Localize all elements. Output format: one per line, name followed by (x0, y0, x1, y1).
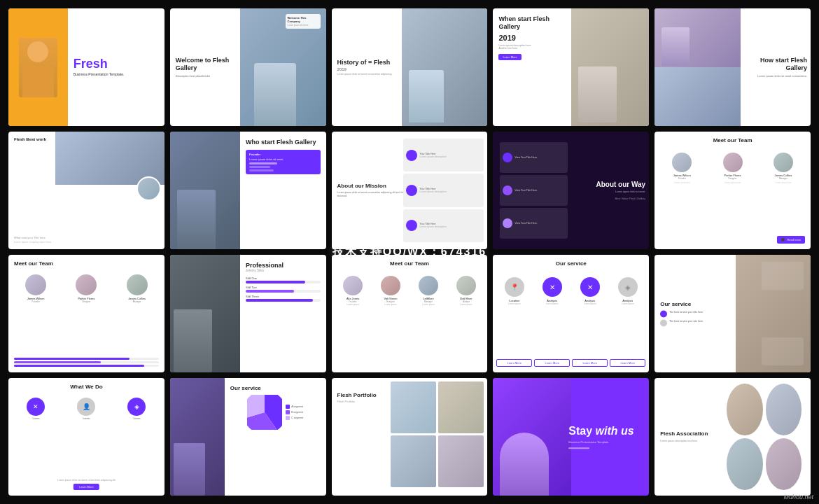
slide19-with: with us (596, 425, 634, 437)
slide-19[interactable]: Stay with us Business Presentation Templ… (493, 378, 649, 496)
slide13-avatar2 (381, 276, 400, 295)
slide19-stay: Stay (568, 425, 595, 437)
slide9-title: About our Way (570, 181, 645, 188)
slide11-bars (14, 358, 159, 367)
slide16-icon3: ◈ (127, 398, 146, 416)
slide-10[interactable]: Meet our Team James Wilson Founder Lorem… (654, 132, 811, 249)
slide12-skill3: Skill Three (246, 295, 321, 302)
slide11-bar3-fill (14, 365, 144, 367)
slide16-label3: Lorem (113, 417, 161, 420)
slide4-btn[interactable]: Learn More (498, 54, 521, 60)
slide16-desc: Lorem ipsum dolor sit amet consectetur a… (12, 479, 161, 482)
slide12-skill2: Skill Two (246, 286, 321, 293)
slide8-panel2-text: Your Title HereLorem ipsum description (420, 188, 447, 193)
slide10-member3: James Collins Manager Lorem ipsum text (760, 153, 807, 184)
slide-18[interactable]: Flesh Portfolio Flesh Portfolio (332, 378, 488, 496)
slide-9[interactable]: View Your Title Here. View Your Title He… (493, 132, 649, 249)
slide14-svc2: ✕ Analysis Lorem ipsum (534, 274, 570, 308)
slide18-subtitle: Flesh Portfolio (337, 400, 392, 403)
slide8-panels: Your Title HereLorem ipsum description Y… (403, 132, 484, 249)
slide14-icon1: 📍 (505, 277, 524, 297)
slide18-img3 (391, 435, 436, 487)
slide-13[interactable]: Meet our Team Alix Jones Founder Lorem i… (332, 255, 488, 372)
slide-7[interactable]: Who start Flesh Gallery Founder Lorem ip… (170, 132, 326, 249)
slide-17[interactable]: Our service A segment B segment C segmen… (170, 378, 326, 496)
slide11-header: Meet our Team (14, 260, 53, 267)
slide11-member3: James Collins Manager (113, 274, 161, 303)
slide15-list: The best service your title here. The be… (660, 311, 738, 327)
slide18-grid (391, 382, 484, 487)
slide5-right: How start Flesh Gallery Lorem ipsum dolo… (740, 57, 807, 78)
slide13-member3: LaliMore Manager Lorem ipsum (411, 276, 447, 306)
slide11-avatar1 (25, 274, 46, 295)
slide-3[interactable]: History of = Flesh 2019 Lorem ipsum dolo… (332, 8, 488, 126)
slide4-left: When start Flesh Gallery 2019 Lorem ipsu… (493, 8, 570, 126)
slide20-circle4 (766, 438, 802, 490)
slide9-icon2 (503, 186, 512, 195)
slide13-member1: Alix Jones Founder Lorem ipsum (335, 276, 371, 306)
slide10-read-btn[interactable]: ⬛ Read team (777, 236, 805, 244)
slide10-header: Meet our Team (713, 137, 752, 144)
slide13-member4: Dali More Analyst Lorem ipsum (448, 276, 484, 306)
slide11-title1: Founder (12, 300, 59, 303)
slide9-panels: View Your Title Here. View Your Title He… (496, 132, 571, 249)
slide10-team: James Wilson Founder Lorem ipsum text Pa… (658, 153, 807, 184)
slide16-btn[interactable]: Learn More (74, 484, 99, 490)
slide8-dot2 (406, 185, 417, 196)
slide7-title: Who start Flesh Gallery (246, 139, 321, 146)
slide14-icon3: ✕ (580, 277, 600, 297)
slide13-desc1: Lorem ipsum (335, 303, 371, 306)
slide11-title3: Manager (113, 300, 161, 303)
slide20-circle2 (766, 384, 802, 435)
slide2-title: Welcome to Flesh Gallery (176, 57, 246, 72)
slide11-bar2-fill (14, 361, 101, 363)
slide-12[interactable]: Professional Jeremy Silva Skill One Skil… (170, 255, 326, 372)
slide-2[interactable]: Welcome to Flesh Gallery Description tex… (170, 8, 326, 126)
slide-20[interactable]: Flesh Association Lorem ipsum descriptio… (654, 378, 811, 496)
slide20-circle3 (727, 438, 762, 490)
slide19-title: Stay with us (568, 425, 643, 438)
slide8-panel2: Your Title HereLorem ipsum description (403, 174, 484, 206)
slide-8[interactable]: About our Mission Lorem ipsum dolor sit … (332, 132, 488, 249)
slide9-view2: View Your Title Here. (500, 175, 568, 206)
slide1-title: Fresh (74, 57, 159, 70)
slide5-img-top (654, 8, 741, 67)
slide-1[interactable]: Fresh Business Presentation Template. (8, 8, 164, 126)
slide14-btn3[interactable]: Learn More (572, 359, 608, 367)
slide17-title: Our service (230, 385, 321, 391)
slide14-btn4[interactable]: Learn More (610, 359, 645, 367)
slide4-image (571, 8, 649, 126)
slide-4[interactable]: When start Flesh Gallery 2019 Lorem ipsu… (493, 8, 649, 126)
slide9-view1: View Your Title Here. (500, 142, 568, 173)
slide11-bar2 (14, 361, 159, 363)
slide-15[interactable]: Our service The best service your title … (654, 255, 811, 372)
slide12-bars: Skill One Skill Two Skill Three (246, 276, 321, 302)
slide-16[interactable]: What We Do ✕ Lorem 👤 Lorem ◈ (8, 378, 164, 496)
slide1-content: Fresh Business Presentation Template. (68, 8, 164, 126)
slide10-role2: Designer (729, 177, 737, 180)
slide12-right: Professional Jeremy Silva Skill One Skil… (240, 255, 326, 372)
slide14-btn1[interactable]: Learn More (496, 359, 532, 367)
slide9-desc: Lorem ipsum dolor sit amet. (570, 190, 645, 193)
slide13-desc3: Lorem ipsum (411, 303, 447, 306)
slide9-view3-text: View Your Title Here. (514, 222, 537, 225)
slide9-icon3 (503, 218, 512, 228)
slide14-btn2[interactable]: Learn More (534, 359, 570, 367)
svg-point-2 (254, 401, 276, 423)
slide19-subtitle: Business Presentation Template. (568, 440, 643, 444)
slide-14[interactable]: Our service 📍 Location Lorem ipsum ✕ Ana… (493, 255, 649, 372)
slide8-title: About our Mission (337, 183, 407, 189)
slide-5[interactable]: How start Flesh Gallery Lorem ipsum dolo… (654, 8, 811, 126)
slide15-dot1 (660, 311, 667, 318)
slide3-left: History of = Flesh 2019 Lorem ipsum dolo… (337, 59, 400, 76)
slide-6[interactable]: Flesh Best work What start your Title he… (8, 132, 164, 249)
slide-grid: Fresh Business Presentation Template. We… (0, 0, 819, 504)
slide18-img1 (391, 382, 436, 433)
slide15-item2: The best service your site here. (660, 320, 738, 327)
slide13-member2: Vali Simon Designer Lorem ipsum (373, 276, 409, 306)
slide9-right: About our Way Lorem ipsum dolor sit amet… (570, 181, 645, 200)
slide14-svc4-desc: Lorem ipsum (611, 302, 644, 305)
slide-11[interactable]: Meet our Team James Wilson Founder Parke… (8, 255, 164, 372)
slide11-member2: Parker Flores Designer (62, 274, 110, 303)
slide11-avatar2 (76, 274, 97, 295)
